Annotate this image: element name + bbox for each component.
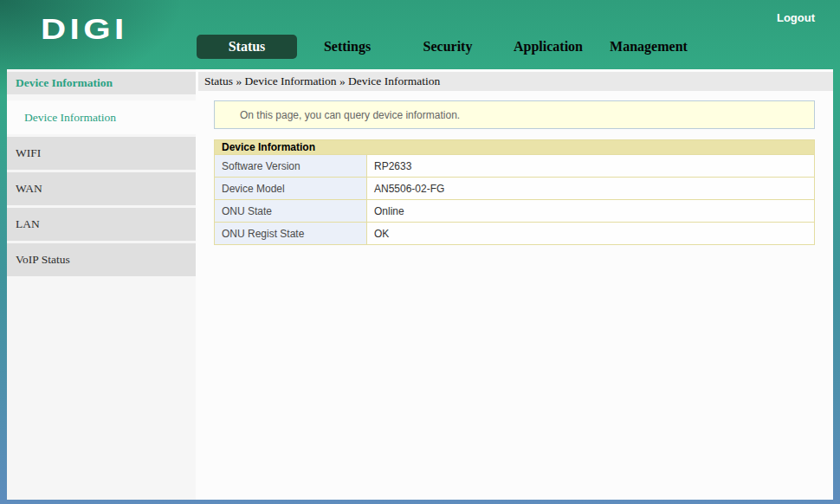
sidebar-item-wifi[interactable]: WIFI — [7, 137, 196, 170]
row-value: Online — [367, 200, 815, 223]
breadcrumb: Status » Device Information » Device Inf… — [198, 72, 833, 91]
row-value: OK — [367, 223, 815, 245]
table-title: Device Information — [215, 140, 815, 155]
tab-application[interactable]: Application — [498, 35, 598, 59]
row-label: Software Version — [215, 155, 367, 178]
main-content: Status » Device Information » Device Inf… — [196, 69, 833, 500]
main-nav: Status Settings Security Application Man… — [197, 35, 699, 59]
table-row: ONU Regist State OK — [215, 223, 815, 245]
content-card: Device Information Device Information WI… — [7, 69, 833, 500]
row-value: RP2633 — [367, 155, 815, 178]
row-label: ONU Regist State — [215, 223, 367, 245]
header: DIGI Logout Status Settings Security App… — [0, 0, 840, 69]
sidebar-item-voip-status[interactable]: VoIP Status — [7, 243, 196, 276]
table-row: Device Model AN5506-02-FG — [215, 178, 815, 200]
sidebar-item-device-information[interactable]: Device Information — [7, 100, 196, 134]
sidebar-section-device-information[interactable]: Device Information — [7, 72, 196, 94]
logout-link[interactable]: Logout — [777, 11, 815, 24]
table-row: Software Version RP2633 — [215, 155, 815, 178]
info-message-text: On this page, you can query device infor… — [240, 109, 460, 121]
info-box: On this page, you can query device infor… — [214, 100, 815, 129]
tab-status[interactable]: Status — [197, 35, 297, 59]
sidebar-item-wan[interactable]: WAN — [7, 172, 196, 205]
row-label: Device Model — [215, 178, 367, 200]
tab-management[interactable]: Management — [598, 35, 699, 59]
digi-logo: DIGI — [41, 13, 128, 47]
sidebar-item-lan[interactable]: LAN — [7, 208, 196, 241]
row-value: AN5506-02-FG — [367, 178, 815, 200]
table-title-row: Device Information — [215, 140, 815, 155]
sidebar: Device Information Device Information WI… — [7, 69, 196, 500]
tab-settings[interactable]: Settings — [297, 35, 397, 59]
router-admin-page: DIGI Logout Status Settings Security App… — [0, 0, 840, 504]
row-label: ONU State — [215, 200, 367, 223]
table-row: ONU State Online — [215, 200, 815, 223]
device-information-table: Device Information Software Version RP26… — [214, 139, 815, 245]
tab-security[interactable]: Security — [397, 35, 498, 59]
